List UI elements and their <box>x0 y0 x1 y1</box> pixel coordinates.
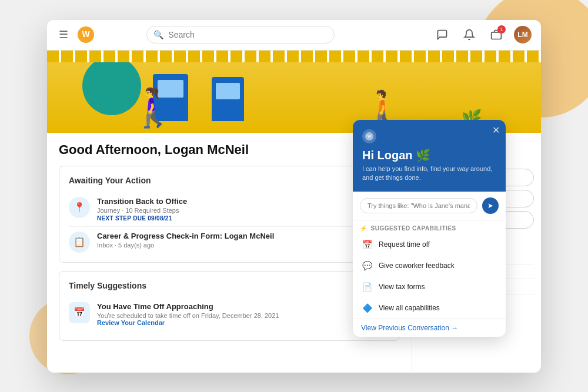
timely-suggestions-title: Timely Suggestions <box>69 281 390 290</box>
action-next-step-0: NEXT STEP DUE 09/08/21 <box>97 215 187 222</box>
figure-left: 🚶‍♀️ <box>129 86 176 130</box>
chat-suggestion-label-3: View all capabilities <box>379 304 440 312</box>
bell-icon-btn[interactable] <box>460 25 479 44</box>
suggestion-text-0: You Have Time Off Approaching You're sch… <box>97 302 279 326</box>
action-subtitle-1: Inbox · 5 day(s) ago <box>97 242 274 249</box>
chat-suggestion-label-0: Request time off <box>379 240 430 249</box>
chat-suggestion-3[interactable]: 🔷 View all capabilities <box>353 297 506 319</box>
briefcase-badge: 1 <box>497 25 506 33</box>
chat-subtitle: I can help you find info, find your way … <box>362 165 496 183</box>
chat-send-button[interactable]: ➤ <box>482 197 499 214</box>
greeting-text: Good Afternoon, Logan McNeil <box>59 142 400 158</box>
browser-window: ☰ W 🔍 1 LM 🚶 <box>47 20 541 373</box>
nav-bar: ☰ W 🔍 1 LM <box>47 20 541 51</box>
nav-icons: 1 LM <box>433 25 532 44</box>
workday-logo[interactable]: W <box>78 26 94 43</box>
chat-input[interactable] <box>360 198 477 213</box>
chat-suggestion-1[interactable]: 💬 Give coworker feedback <box>353 255 506 276</box>
chat-suggestion-2[interactable]: 📄 View tax forms <box>353 276 506 297</box>
calendar-icon: 📅 <box>69 302 90 323</box>
search-container: 🔍 <box>146 26 335 43</box>
timely-suggestions-card: Timely Suggestions 📅 You Have Time Off A… <box>59 271 400 341</box>
search-icon: 🔍 <box>153 30 163 39</box>
suggestion-title-0: You Have Time Off Approaching <box>97 302 279 311</box>
suggestion-link-0[interactable]: Review Your Calendar <box>97 319 279 326</box>
action-item-0: 📍 Transition Back to Office Journey · 10… <box>69 192 390 227</box>
inbox-icon: 📋 <box>69 232 90 253</box>
awaiting-action-card: Awaiting Your Action 📍 Transition Back t… <box>59 166 400 263</box>
action-text-0: Transition Back to Office Journey · 10 R… <box>97 197 187 222</box>
chat-popup: ✕ W Hi Logan 🌿 I can help you find info,… <box>353 120 506 337</box>
chat-input-area: ➤ <box>353 192 506 220</box>
svg-text:W: W <box>368 134 371 138</box>
chat-greeting: Hi Logan 🌿 <box>362 148 496 162</box>
chat-header: ✕ W Hi Logan 🌿 I can help you find info,… <box>353 120 506 192</box>
second-door-window <box>216 83 240 99</box>
search-input[interactable] <box>146 26 335 43</box>
request-timeoff-icon: 📅 <box>361 239 373 250</box>
all-capabilities-icon: 🔷 <box>361 302 373 314</box>
menu-icon[interactable]: ☰ <box>56 26 71 43</box>
chat-suggestion-0[interactable]: 📅 Request time off <box>353 234 506 255</box>
suggestion-subtitle-0: You're scheduled to take time off on Fri… <box>97 312 279 319</box>
tax-forms-icon: 📄 <box>361 281 373 293</box>
briefcase-icon-btn[interactable]: 1 <box>487 25 506 44</box>
chat-close-button[interactable]: ✕ <box>492 125 500 136</box>
svg-text:W: W <box>82 29 90 39</box>
action-title-0[interactable]: Transition Back to Office <box>97 197 187 206</box>
chat-logo: W <box>362 129 376 143</box>
give-feedback-icon: 💬 <box>361 260 373 272</box>
chat-suggestions-label: ⚡ Suggested Capabilities <box>353 220 506 234</box>
second-door <box>212 77 244 121</box>
suggestion-item-0: 📅 You Have Time Off Approaching You're s… <box>69 297 390 331</box>
suggestions-icon: ⚡ <box>360 225 368 232</box>
location-icon: 📍 <box>69 197 90 218</box>
user-avatar[interactable]: LM <box>514 26 532 43</box>
awning-stripes <box>47 51 541 62</box>
action-text-1: Career & Progress Check-in Form: Logan M… <box>97 232 274 249</box>
action-item-1: 📋 Career & Progress Check-in Form: Logan… <box>69 227 390 253</box>
chat-suggestion-label-2: View tax forms <box>379 283 425 291</box>
action-title-1[interactable]: Career & Progress Check-in Form: Logan M… <box>97 232 274 240</box>
chat-suggestion-label-1: Give coworker feedback <box>379 262 455 270</box>
action-subtitle-0: Journey · 10 Required Steps <box>97 207 187 214</box>
chat-icon-btn[interactable] <box>433 25 452 44</box>
awaiting-action-title: Awaiting Your Action <box>69 176 390 185</box>
previous-conversation-link[interactable]: View Previous Conversation → <box>353 319 506 337</box>
